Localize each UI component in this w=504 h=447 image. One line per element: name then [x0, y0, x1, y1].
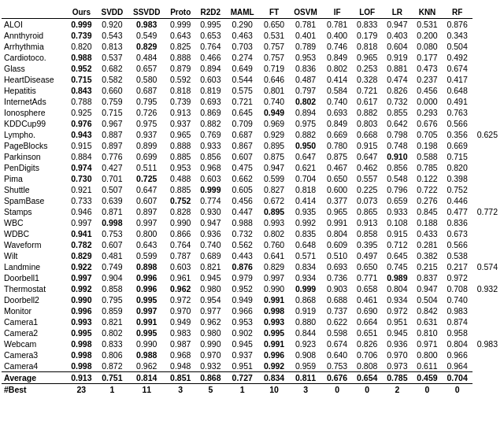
cell-value: 0.958	[443, 327, 472, 338]
cell-value: 0.622	[322, 316, 352, 327]
cell-value: 0.403	[382, 30, 412, 41]
cell-value: 0.835	[289, 228, 322, 239]
footer-cell: 1	[225, 384, 259, 396]
cell-value: 0.668	[352, 129, 382, 140]
cell-value: 0.951	[382, 316, 412, 327]
cell-value: 0.721	[225, 96, 259, 107]
cell-value: 0.473	[412, 63, 442, 74]
cell-value: 0.600	[322, 184, 352, 195]
cell-value: 0.992	[66, 283, 96, 294]
cell-value: 0.997	[128, 305, 165, 316]
cell-value: 0.882	[352, 107, 382, 118]
col-header-ssvdd: SSVDD	[128, 6, 165, 19]
cell-value: 0.953	[165, 162, 195, 173]
cell-value: 0.936	[382, 338, 412, 349]
cell-value: 0.462	[352, 162, 382, 173]
cell-value: 0.882	[289, 129, 322, 140]
cell-value: 0.885	[165, 184, 195, 195]
dataset-name: SpamBase	[2, 195, 66, 206]
cell-value: 0.996	[259, 349, 289, 360]
cell-value: 0.446	[443, 195, 472, 206]
cell-value: 0.688	[322, 294, 352, 305]
cell-value: 0.774	[195, 195, 225, 206]
col-header-osvm: OSVM	[289, 6, 322, 19]
cell-value: 0.544	[225, 74, 259, 85]
cell-value: 0.538	[443, 250, 472, 261]
cell-value: 0.820	[66, 41, 96, 52]
cell-value: 0.798	[382, 129, 412, 140]
dataset-name: Pima	[2, 173, 66, 184]
cell-value: 0.968	[195, 162, 225, 173]
cell-value: 0.993	[259, 316, 289, 327]
table-footer: Average0.9130.7510.8140.8510.8680.7270.8…	[2, 372, 502, 396]
cell-value: 0.897	[96, 140, 128, 151]
cell-value: 0.930	[195, 206, 225, 217]
cell-value: 0.414	[322, 74, 352, 85]
cell-value: 0.237	[412, 74, 442, 85]
cell-value: 0.989	[382, 272, 412, 283]
cell-value: 0.802	[322, 63, 352, 74]
cell-value: 0.733	[66, 195, 96, 206]
cell-value: 0.947	[259, 162, 289, 173]
cell-value: 0.676	[412, 118, 442, 129]
cell-value: 0.549	[128, 30, 165, 41]
cell-value: 0.945	[382, 327, 412, 338]
dataset-name: Arrhythmia	[2, 41, 66, 52]
cell-value: 0.966	[225, 305, 259, 316]
cell-value: 0.983	[165, 327, 195, 338]
cell-value: 0.689	[195, 250, 225, 261]
cell-value: 0.849	[322, 52, 352, 63]
cell-value: 0.398	[443, 173, 472, 184]
dataset-name: Camera2	[2, 327, 66, 338]
dataset-name: Camera1	[2, 316, 66, 327]
col-header-r2d2: R2D2	[195, 6, 225, 19]
table-row: Parkinson0.8840.7760.6990.8850.8560.6070…	[2, 151, 502, 162]
cell-value: 0.826	[382, 85, 412, 96]
dataset-name: Wilt	[2, 250, 66, 261]
dataset-name: Doorbell2	[2, 294, 66, 305]
cell-value: 0.531	[259, 30, 289, 41]
cell-value: 0.603	[165, 261, 195, 272]
cell-value: 0.427	[96, 162, 128, 173]
cell-value: 0.687	[128, 85, 165, 96]
cell-value: 0.000	[412, 96, 442, 107]
cell-value: 0.669	[322, 129, 352, 140]
cell-value: 0.759	[96, 96, 128, 107]
cell-value: 0.488	[165, 173, 195, 184]
cell-value: 0.833	[96, 338, 128, 349]
cell-value: 0.736	[322, 272, 352, 283]
dataset-name: HeartDisease	[2, 74, 66, 85]
cell-value: 0.923	[289, 338, 322, 349]
cell-value: 0.991	[322, 217, 352, 228]
cell-value: 0.760	[259, 239, 289, 250]
cell-value: 0.739	[66, 30, 96, 41]
cell-value: 0.869	[195, 107, 225, 118]
cell-value: 0.910	[382, 151, 412, 162]
cell-value: 0.645	[382, 250, 412, 261]
cell-value: 0.592	[165, 74, 195, 85]
dataset-name: Camera3	[2, 349, 66, 360]
cell-value: 0.662	[225, 173, 259, 184]
cell-value: 0.969	[259, 118, 289, 129]
cell-value: 0.740	[322, 96, 352, 107]
cell-value: 0.937	[165, 118, 195, 129]
cell-value: 0.856	[195, 151, 225, 162]
table-row: Camera40.9980.8720.9620.9480.9320.9510.9…	[2, 360, 502, 372]
cell-value: 0.588	[412, 151, 442, 162]
table-row: InternetAds0.7880.7590.7950.7390.6930.72…	[2, 96, 502, 107]
cell-value: 0.970	[165, 305, 195, 316]
cell-value: 0.752	[443, 184, 472, 195]
cell-value: 0.996	[128, 283, 165, 294]
cell-value: 0.932	[472, 283, 502, 294]
table-row: KDDCup990.9760.9670.9750.9370.8820.7090.…	[2, 118, 502, 129]
cell-value: 0.992	[289, 217, 322, 228]
cell-value: 0.990	[259, 283, 289, 294]
cell-value: 0.664	[352, 316, 382, 327]
cell-value: 0.995	[128, 294, 165, 305]
cell-value: 0.200	[412, 30, 442, 41]
table-row: Camera20.9950.8020.9950.9830.9800.9020.9…	[2, 327, 502, 338]
cell-value: 0.788	[66, 96, 96, 107]
cell-value: 0.400	[322, 30, 352, 41]
cell-value: 0.858	[96, 283, 128, 294]
cell-value: 0.682	[96, 63, 128, 74]
